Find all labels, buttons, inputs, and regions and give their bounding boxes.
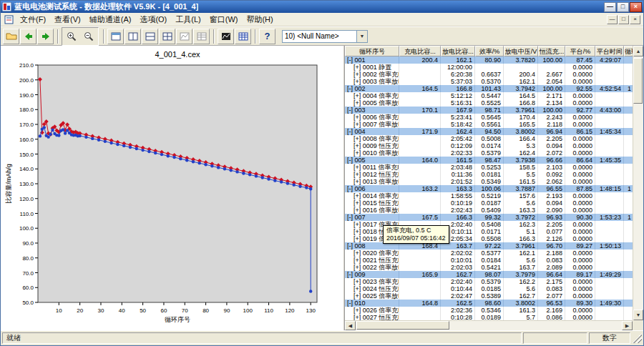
- svg-text:180.0: 180.0: [19, 107, 34, 113]
- mdi-minimize-button[interactable]: —: [607, 15, 618, 24]
- table-cell: 96.55: [538, 185, 565, 192]
- step-row[interactable]: [+] 0023 倍率充电2:02:400.5379162.22.1750.00…: [345, 278, 633, 285]
- scroll-right-arrow[interactable]: ▶: [622, 321, 633, 330]
- view-single-button[interactable]: [107, 29, 124, 44]
- resize-grip[interactable]: [632, 333, 642, 343]
- hscroll-track[interactable]: [356, 321, 622, 330]
- maximize-button[interactable]: □: [617, 2, 629, 12]
- step-row[interactable]: [+] 0005 倍率放电5:16:310.5525166.82.1340.00…: [345, 99, 633, 107]
- step-row[interactable]: [+] 0015 恒压充电0:10:190.01875.60.0940.0000: [345, 199, 633, 207]
- column-header-9[interactable]: 循环: [624, 46, 633, 56]
- cycle-summary-row[interactable]: [-] 009165.9162.798.073.797996.6489.171:…: [345, 271, 633, 278]
- menu-item-2[interactable]: 查看(V): [50, 14, 85, 26]
- step-row[interactable]: [+] 0022 倍率放电2:02:030.5421163.72.0890.00…: [345, 264, 633, 271]
- table-cell: 80.90: [475, 56, 504, 64]
- step-row[interactable]: [+] 0014 倍率充电1:58:550.5219157.62.1930.00…: [345, 192, 633, 199]
- view-quad-button[interactable]: [159, 29, 175, 44]
- horizontal-scrollbar[interactable]: ◀ ▶: [345, 320, 633, 330]
- step-row[interactable]: [+] 0027 恒压充电0:10:280.01895.70.0860.0000: [345, 314, 633, 320]
- column-header-7[interactable]: 平台/%: [565, 46, 595, 56]
- step-row[interactable]: [+] 0011 倍率充电2:03:480.5253158.52.1030.00…: [345, 164, 633, 171]
- cycle-summary-row[interactable]: [-] 004171.9162.494.503.800296.9486.151:…: [345, 128, 633, 135]
- step-row[interactable]: [+] 0016 倍率放电2:02:430.5409163.32.0900.00…: [345, 207, 633, 214]
- step-row[interactable]: [+] 0025 倍率放电2:02:470.5389162.72.0770.00…: [345, 292, 633, 300]
- pane-single-icon: [110, 31, 122, 42]
- data-grid-button[interactable]: [235, 29, 251, 44]
- cycle-summary-row[interactable]: [-] 007167.5166.399.323.797296.9390.301:…: [345, 214, 633, 221]
- svg-text:140.0: 140.0: [19, 166, 34, 172]
- table-cell: [399, 278, 441, 285]
- vertical-scrollbar[interactable]: ▲ ▼: [633, 46, 643, 320]
- mdi-window-buttons: — □ ×: [606, 15, 640, 24]
- svg-text:80.0: 80.0: [22, 255, 34, 262]
- table-cell: [624, 285, 633, 292]
- menu-item-4[interactable]: 选项(O): [135, 14, 171, 26]
- cycle-summary-row[interactable]: [-] 010164.8162.598.603.800296.5389.301:…: [345, 300, 633, 307]
- step-row[interactable]: [+] 0008 倍率充电2:05:420.5008166.42.2050.00…: [345, 135, 633, 142]
- table-cell: [624, 228, 633, 235]
- vscroll-thumb[interactable]: [633, 58, 643, 104]
- column-header-4[interactable]: 效率/%: [475, 46, 504, 56]
- chart-view-button[interactable]: [176, 29, 192, 44]
- vscroll-track[interactable]: [633, 56, 643, 310]
- cycle-summary-row[interactable]: [-] 006163.2163.3100.063.788796.5587.851…: [345, 185, 633, 192]
- cycle-summary-row[interactable]: [-] 003170.1167.998.713.7961100.0092.774…: [345, 107, 633, 114]
- hscroll-thumb[interactable]: [356, 321, 449, 330]
- table-cell: 0.0000: [565, 114, 595, 121]
- step-row[interactable]: [+] 0020 倍率充电2:02:020.5377162.12.1880.00…: [345, 249, 633, 257]
- scroll-left-arrow[interactable]: ◀: [345, 321, 356, 330]
- close-button[interactable]: ×: [630, 2, 642, 12]
- open-file-button[interactable]: [3, 29, 19, 44]
- mdi-restore-button[interactable]: □: [618, 15, 629, 24]
- table-view-button[interactable]: [193, 29, 210, 44]
- table-cell: 2:02:43: [441, 207, 475, 214]
- step-row[interactable]: [+] 0012 恒压充电0:11:360.01815.50.0920.0000: [345, 171, 633, 178]
- back-button[interactable]: [20, 29, 36, 44]
- table-cell: [624, 257, 633, 264]
- scroll-up-arrow[interactable]: ▲: [633, 46, 643, 56]
- step-row[interactable]: [+] 0002 倍率充电6:20:380.6637200.42.6670.00…: [345, 71, 633, 78]
- table-cell: 0.0000: [565, 285, 595, 292]
- column-header-3[interactable]: 放电比容...: [441, 46, 475, 56]
- step-row[interactable]: [+] 0009 恒压充电0:12:090.01745.30.0940.0000: [345, 142, 633, 149]
- table-cell: 2:01:52: [441, 178, 475, 185]
- mdi-close-button[interactable]: ×: [630, 15, 640, 24]
- table-cell: 163.2: [399, 185, 441, 192]
- view-vsplit-button[interactable]: [142, 29, 158, 44]
- step-row[interactable]: [+] 0001 静置12:00:000.0000: [345, 64, 633, 71]
- step-row[interactable]: [+] 0026 倍率充电2:02:360.5346161.32.1690.00…: [345, 307, 633, 314]
- step-row[interactable]: [+] 0021 恒压充电0:10:010.01845.60.0830.0000: [345, 257, 633, 264]
- step-row[interactable]: [+] 0024 恒压充电0:10:440.01855.60.0830.0000: [345, 285, 633, 292]
- forward-button[interactable]: [37, 29, 54, 44]
- column-header-8[interactable]: 平台时间: [595, 46, 624, 56]
- menu-item-3[interactable]: 辅助通道(A): [85, 14, 136, 26]
- column-header-6[interactable]: 恒流充...: [538, 46, 565, 56]
- zoom-in-button[interactable]: [63, 29, 79, 44]
- step-row[interactable]: [+] 0007 倍率放电5:18:420.5561165.52.1180.00…: [345, 121, 633, 128]
- zoom-out-button[interactable]: [80, 29, 97, 44]
- menu-item-6[interactable]: 窗口(W): [205, 14, 243, 26]
- channel-select[interactable]: 10) <Null Name> ▼: [282, 30, 368, 43]
- menu-item-1[interactable]: 文件(F): [16, 14, 50, 26]
- cycle-summary-row[interactable]: [-] 005164.0161.598.473.793896.6686.641:…: [345, 157, 633, 164]
- cycle-summary-row[interactable]: [-] 001200.4162.180.903.7820100.0087.454…: [345, 56, 633, 64]
- column-header-5[interactable]: 放电中压/V: [504, 46, 538, 56]
- minimize-button[interactable]: —: [604, 2, 616, 12]
- view-hsplit-button[interactable]: [125, 29, 141, 44]
- table-cell: [595, 285, 624, 292]
- menu-item-7[interactable]: 帮助(H): [242, 14, 277, 26]
- menu-item-5[interactable]: 工具(L): [171, 14, 205, 26]
- step-row[interactable]: [+] 0003 倍率放电5:37:030.5370162.12.0540.00…: [345, 78, 633, 85]
- step-row[interactable]: [+] 0004 倍率充电5:12:120.5447164.52.1710.00…: [345, 92, 633, 99]
- scroll-down-arrow[interactable]: ▼: [633, 310, 643, 320]
- column-header-2[interactable]: 充电比容...: [399, 46, 441, 56]
- step-row[interactable]: [+] 0010 倍率放电2:02:330.5379162.42.0720.00…: [345, 149, 633, 157]
- chart-view-icon: [179, 31, 190, 42]
- chevron-down-icon[interactable]: ▼: [356, 31, 367, 42]
- step-row[interactable]: [+] 0013 倍率放电2:01:520.5349161.52.0620.00…: [345, 178, 633, 185]
- cycle-summary-row[interactable]: [-] 002164.5166.8101.433.7942100.0092.55…: [345, 85, 633, 92]
- column-header-1[interactable]: 循环序号: [345, 46, 399, 56]
- step-row[interactable]: [+] 0006 倍率充电5:23:410.5645170.42.2430.00…: [345, 114, 633, 121]
- help-button[interactable]: ?: [259, 29, 275, 44]
- curve-style-button[interactable]: [218, 29, 234, 44]
